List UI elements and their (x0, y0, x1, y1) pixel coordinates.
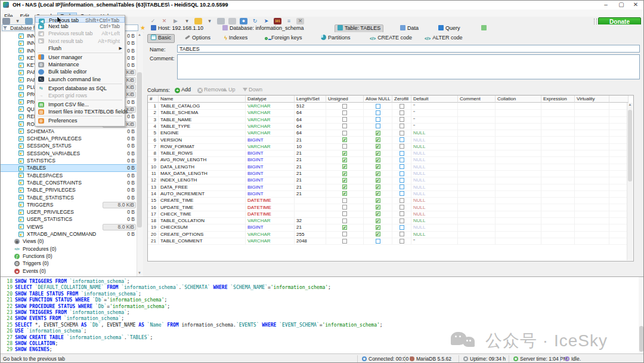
cell[interactable]: DATETIME (246, 211, 295, 217)
cell[interactable] (458, 238, 496, 244)
cell[interactable]: 18 (148, 217, 159, 224)
cell[interactable]: NULL (411, 217, 458, 224)
binary-view-icon[interactable]: 101 (274, 18, 281, 24)
checkbox-checked[interactable]: ✓ (376, 225, 380, 230)
cell[interactable] (541, 130, 575, 136)
cell[interactable]: 21 (295, 224, 326, 230)
cell[interactable] (609, 197, 628, 204)
cell[interactable] (541, 184, 575, 190)
checkbox-checked[interactable]: ✓ (376, 158, 380, 162)
cell[interactable]: 15 (148, 197, 159, 204)
cell[interactable]: NULL (411, 150, 458, 156)
cell[interactable] (541, 224, 575, 230)
cell[interactable] (458, 231, 496, 238)
cell[interactable]: VARCHAR (246, 217, 295, 224)
sql-log-line[interactable]: 21SHOW FUNCTION STATUS WHERE `Db`='infor… (1, 297, 644, 303)
cancel-icon[interactable]: ✕ (160, 18, 168, 24)
apply-icon[interactable]: ✓ (149, 18, 157, 24)
column-header-[interactable]: # (148, 96, 159, 103)
cell[interactable] (458, 224, 496, 230)
cell[interactable] (541, 137, 575, 143)
donate-grip-handle[interactable] (594, 19, 597, 24)
checkbox-checked[interactable]: ✓ (342, 184, 347, 189)
checkbox-checked[interactable]: ✓ (342, 151, 347, 156)
new-window-icon[interactable] (25, 18, 33, 24)
cell[interactable]: VARCHAR (246, 238, 295, 244)
column-header-lengthset[interactable]: Length/Set (295, 96, 326, 103)
cell[interactable] (496, 197, 541, 204)
cell[interactable] (458, 170, 496, 177)
cell[interactable] (609, 156, 628, 163)
cell[interactable] (496, 143, 541, 150)
tree-item-table[interactable]: TABLESPACES0 B (1, 172, 142, 179)
cell[interactable] (575, 224, 609, 230)
cell[interactable] (458, 217, 496, 224)
cell[interactable]: NULL (411, 224, 458, 230)
cell[interactable]: '' (411, 116, 458, 123)
cell[interactable]: CREATE_OPTIONS (159, 231, 246, 238)
tree-item-table[interactable]: SESSION_STATUS0 B (1, 142, 142, 149)
cell[interactable]: ENGINE (159, 130, 246, 136)
cell[interactable]: 6 (148, 137, 159, 143)
checkbox-unchecked[interactable] (400, 151, 404, 156)
cell[interactable]: VARCHAR (246, 130, 295, 136)
checkbox-checked[interactable]: ✓ (376, 184, 380, 189)
checkbox-disabled[interactable] (400, 198, 404, 203)
cell[interactable]: AUTO_INCREMENT (159, 190, 246, 197)
cell[interactable]: NULL (411, 130, 458, 136)
cell[interactable] (609, 130, 628, 136)
cell[interactable]: 9 (148, 156, 159, 163)
cell[interactable] (575, 130, 609, 136)
tree-item-table[interactable]: TRIGGERS8.0 KiB (1, 201, 142, 208)
run-icon[interactable]: ▶ (172, 18, 179, 24)
checkbox-unchecked[interactable] (400, 171, 404, 176)
scroll-up-icon[interactable]: ▲ (137, 33, 142, 36)
cell[interactable]: BIGINT (246, 150, 295, 156)
cell[interactable] (575, 137, 609, 143)
checkbox-checked[interactable]: ✓ (376, 211, 380, 216)
run-caret-icon[interactable]: ▾ (183, 18, 191, 24)
cell[interactable]: 21 (295, 150, 326, 156)
column-header-comment[interactable]: Comment (458, 96, 496, 103)
checkbox-disabled[interactable] (342, 117, 347, 122)
menu-item-next-tab[interactable]: ▶Next tabCtrl+Tab (35, 23, 125, 30)
cell[interactable] (609, 184, 628, 190)
checkbox-disabled[interactable] (400, 124, 404, 128)
cell[interactable] (496, 184, 541, 190)
cell[interactable]: VARCHAR (246, 116, 295, 123)
tab-alter-code[interactable]: </>ALTER code (422, 34, 465, 42)
cell[interactable]: 512 (295, 103, 326, 109)
checkbox-unchecked[interactable] (376, 117, 380, 122)
session-manager-icon[interactable] (2, 18, 10, 24)
checkbox-unchecked[interactable] (400, 184, 404, 189)
cell[interactable] (541, 231, 575, 238)
cell[interactable]: DATETIME (246, 204, 295, 211)
tree-item-table[interactable]: TABLES0 B (1, 164, 142, 171)
cell[interactable]: TABLE_NAME (159, 116, 246, 123)
cell[interactable]: BIGINT (246, 177, 295, 183)
cell[interactable]: 2 (148, 109, 159, 116)
cell[interactable]: 7 (148, 143, 159, 150)
column-header-zerofill[interactable]: Zerofill (392, 96, 411, 103)
tab-foreign-keys[interactable]: Foreign keys (262, 34, 305, 42)
cell[interactable] (609, 150, 628, 156)
checkbox-checked[interactable]: ✓ (342, 225, 347, 230)
cell[interactable] (575, 184, 609, 190)
cell[interactable] (496, 123, 541, 130)
checkbox-disabled[interactable] (400, 117, 404, 122)
checkbox-disabled[interactable] (400, 211, 404, 216)
session-caret-icon[interactable]: ▾ (14, 18, 21, 24)
refresh-icon[interactable]: ↻ (251, 18, 259, 24)
cell[interactable] (541, 123, 575, 130)
cell[interactable] (575, 109, 609, 116)
cell[interactable] (609, 143, 628, 150)
cell[interactable] (541, 170, 575, 177)
cell[interactable] (496, 224, 541, 230)
cell[interactable] (541, 109, 575, 116)
menu-item-launch-command-line[interactable]: >_Launch command line (35, 76, 125, 83)
menu-item-flush[interactable]: Flush▶ (35, 45, 125, 52)
column-header-unsigned[interactable]: Unsigned (326, 96, 364, 103)
cell[interactable] (575, 143, 609, 150)
cell[interactable]: NULL (411, 156, 458, 163)
cell[interactable]: 64 (295, 116, 326, 123)
